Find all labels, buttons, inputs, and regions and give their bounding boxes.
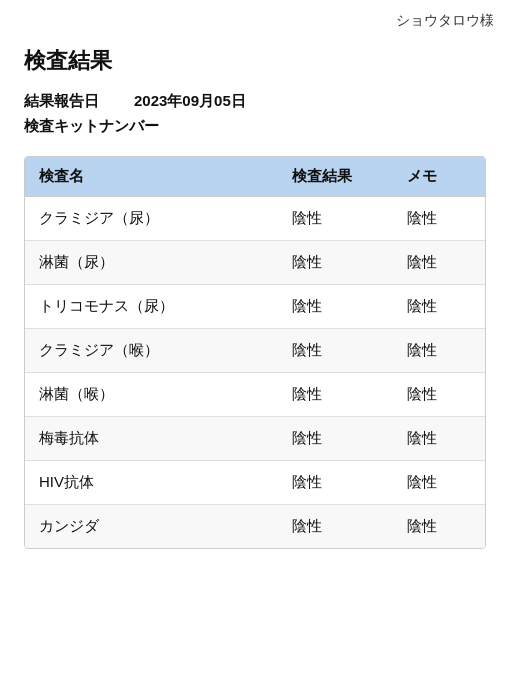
table-row: クラミジア（喉）陰性陰性 [25, 329, 485, 373]
col-header-result: 検査結果 [278, 157, 393, 197]
main-content: 検査結果 結果報告日 2023年09月05日 検査キットナンバー 検査名 検査結… [0, 34, 510, 573]
table-cell-2-0: トリコモナス（尿） [25, 285, 278, 329]
table-cell-2-2: 陰性 [393, 285, 485, 329]
table-cell-7-0: カンジダ [25, 505, 278, 549]
date-row: 結果報告日 2023年09月05日 [24, 92, 486, 111]
results-table-container: 検査名 検査結果 メモ クラミジア（尿）陰性陰性淋菌（尿）陰性陰性トリコモナス（… [24, 156, 486, 549]
results-table: 検査名 検査結果 メモ クラミジア（尿）陰性陰性淋菌（尿）陰性陰性トリコモナス（… [25, 157, 485, 548]
table-row: クラミジア（尿）陰性陰性 [25, 197, 485, 241]
table-cell-6-1: 陰性 [278, 461, 393, 505]
table-row: 梅毒抗体陰性陰性 [25, 417, 485, 461]
col-header-memo: メモ [393, 157, 485, 197]
col-header-name: 検査名 [25, 157, 278, 197]
table-row: 淋菌（喉）陰性陰性 [25, 373, 485, 417]
meta-section: 結果報告日 2023年09月05日 検査キットナンバー [24, 92, 486, 136]
table-cell-5-0: 梅毒抗体 [25, 417, 278, 461]
table-cell-1-1: 陰性 [278, 241, 393, 285]
table-body: クラミジア（尿）陰性陰性淋菌（尿）陰性陰性トリコモナス（尿）陰性陰性クラミジア（… [25, 197, 485, 549]
table-cell-1-0: 淋菌（尿） [25, 241, 278, 285]
table-cell-2-1: 陰性 [278, 285, 393, 329]
table-row: HIV抗体陰性陰性 [25, 461, 485, 505]
table-header-row: 検査名 検査結果 メモ [25, 157, 485, 197]
table-cell-7-2: 陰性 [393, 505, 485, 549]
page-title: 検査結果 [24, 46, 486, 76]
date-label: 結果報告日 [24, 92, 134, 111]
table-cell-0-1: 陰性 [278, 197, 393, 241]
table-cell-4-2: 陰性 [393, 373, 485, 417]
table-cell-3-0: クラミジア（喉） [25, 329, 278, 373]
table-cell-6-0: HIV抗体 [25, 461, 278, 505]
table-row: カンジダ陰性陰性 [25, 505, 485, 549]
kit-label: 検査キットナンバー [24, 117, 159, 136]
table-row: トリコモナス（尿）陰性陰性 [25, 285, 485, 329]
kit-row: 検査キットナンバー [24, 117, 486, 136]
table-cell-5-2: 陰性 [393, 417, 485, 461]
table-cell-6-2: 陰性 [393, 461, 485, 505]
table-cell-4-1: 陰性 [278, 373, 393, 417]
date-value: 2023年09月05日 [134, 92, 246, 111]
table-row: 淋菌（尿）陰性陰性 [25, 241, 485, 285]
table-cell-3-2: 陰性 [393, 329, 485, 373]
top-bar: ショウタロウ様 [0, 0, 510, 34]
table-cell-7-1: 陰性 [278, 505, 393, 549]
table-cell-1-2: 陰性 [393, 241, 485, 285]
table-cell-0-0: クラミジア（尿） [25, 197, 278, 241]
username: ショウタロウ様 [396, 12, 494, 30]
table-cell-3-1: 陰性 [278, 329, 393, 373]
table-cell-4-0: 淋菌（喉） [25, 373, 278, 417]
table-cell-5-1: 陰性 [278, 417, 393, 461]
table-cell-0-2: 陰性 [393, 197, 485, 241]
